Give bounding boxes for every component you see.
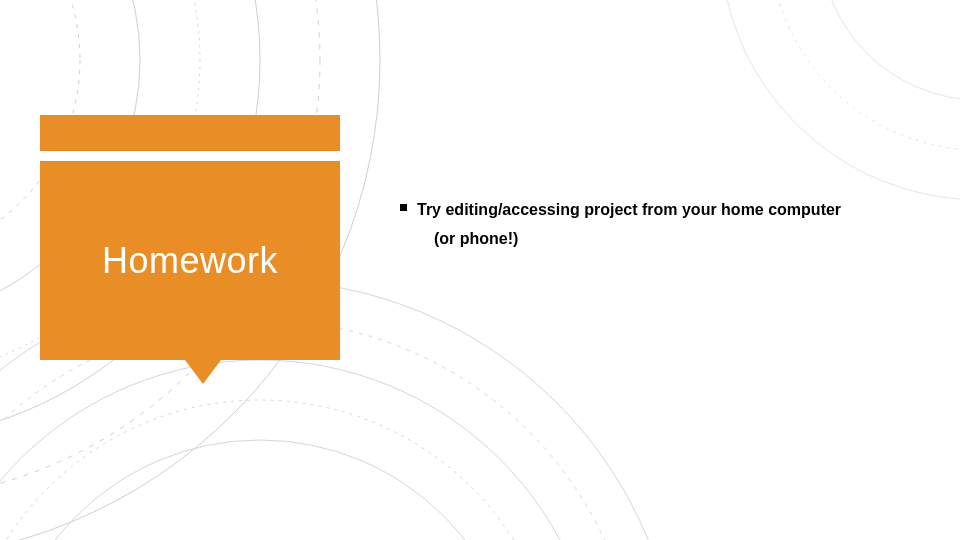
svg-point-13	[720, 0, 960, 200]
svg-point-6	[0, 440, 520, 540]
svg-point-11	[820, 0, 960, 100]
title-card-header-bar	[40, 115, 340, 155]
bullet-text: Try editing/accessing project from your …	[417, 198, 841, 221]
svg-point-8	[0, 360, 600, 540]
bullet-icon	[400, 204, 407, 211]
bullet-subtext: (or phone!)	[434, 227, 841, 250]
slide-title: Homework	[102, 240, 278, 282]
speech-bubble-tail-icon	[185, 360, 221, 384]
title-card-body: Homework	[40, 161, 340, 360]
content-area: Try editing/accessing project from your …	[400, 198, 920, 250]
list-item: Try editing/accessing project from your …	[400, 198, 920, 250]
title-card: Homework	[40, 115, 340, 360]
svg-point-12	[770, 0, 960, 150]
svg-point-7	[0, 400, 560, 540]
